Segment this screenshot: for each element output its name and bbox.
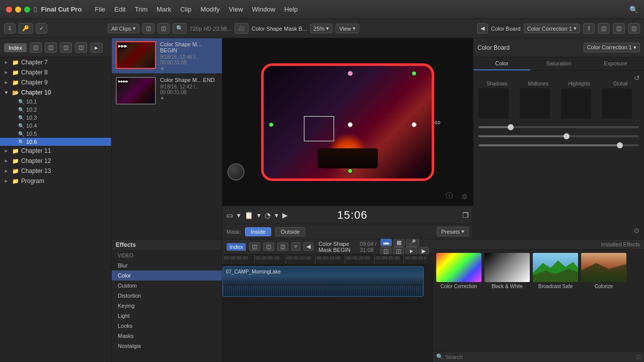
transform-btn[interactable]: 📋: [245, 211, 253, 219]
tl-audio-btn[interactable]: 🎤: [406, 238, 419, 247]
slider-thumb-1[interactable]: [508, 124, 514, 130]
app-name[interactable]: Final Cut Pro: [41, 6, 82, 13]
effect-distortion[interactable]: Distortion: [112, 291, 222, 301]
cb-settings-icon[interactable]: ⚙: [633, 227, 640, 235]
layout-btn2[interactable]: ◫: [157, 23, 170, 34]
slider-track-2[interactable]: [478, 135, 639, 137]
sidebar-btn2[interactable]: ◫: [45, 42, 57, 53]
tl-view-btn3[interactable]: ◫: [380, 247, 391, 255]
sidebar-subitem-101[interactable]: 🔍 10.1: [0, 98, 111, 106]
menu-modify[interactable]: Modify: [197, 5, 224, 14]
grid-btn2[interactable]: ◫: [613, 23, 625, 34]
tl-back-btn[interactable]: ◀: [303, 242, 313, 251]
ie-item-cc[interactable]: Color Correction: [436, 253, 481, 289]
effects-grid-btn[interactable]: ◫: [636, 353, 641, 360]
tl-btn4[interactable]: ▿: [291, 242, 300, 251]
key-btn[interactable]: 🔑: [19, 23, 33, 34]
sidebar-subitem-103[interactable]: 🔍 10.3: [0, 114, 111, 122]
tl-view-btn2[interactable]: ▩: [393, 238, 405, 247]
presets-btn[interactable]: Presets ▾: [437, 227, 469, 236]
tab-exposure[interactable]: Exposure: [587, 57, 644, 70]
slider-track-1[interactable]: [478, 126, 639, 128]
clip-lake[interactable]: 07_CAMP_MorningLake: [222, 266, 424, 297]
cp-top-right[interactable]: [412, 71, 417, 76]
aspect-btn[interactable]: ▭: [226, 211, 233, 219]
view-selector[interactable]: View ▾: [336, 24, 359, 33]
cp-left[interactable]: [269, 122, 274, 127]
maximize-button[interactable]: [24, 7, 30, 13]
layout-btn1[interactable]: ◫: [142, 23, 154, 34]
puck-highlights-area[interactable]: [561, 88, 591, 119]
effect-masks[interactable]: Masks: [112, 331, 222, 341]
menu-view[interactable]: View: [225, 5, 247, 14]
sidebar-btn3[interactable]: ◫: [60, 42, 72, 53]
tl-btn2[interactable]: ◫: [263, 242, 274, 251]
menu-trim[interactable]: Trim: [131, 5, 152, 14]
clips-selector[interactable]: All Clips ▾: [108, 24, 139, 33]
effect-video[interactable]: VIDEO: [112, 251, 222, 260]
undo-icon[interactable]: ↺: [634, 74, 640, 82]
ie-item-bs[interactable]: Broadcast Safe: [533, 253, 578, 289]
sidebar-item-ch12[interactable]: ► 📁 Chapter 12: [0, 156, 111, 166]
index-tab[interactable]: Index: [4, 43, 27, 52]
grid-btn1[interactable]: ◫: [598, 23, 610, 34]
menu-clip[interactable]: Clip: [176, 5, 195, 14]
menu-edit[interactable]: Edit: [110, 5, 129, 14]
selection-box[interactable]: [304, 116, 334, 141]
canvas-settings-icon[interactable]: ⚙: [461, 193, 468, 201]
menu-window[interactable]: Window: [248, 5, 279, 14]
inside-btn[interactable]: Inside: [245, 227, 271, 236]
cp-right-line[interactable]: [412, 122, 417, 127]
slider-thumb-2[interactable]: [564, 133, 570, 139]
zoom-selector[interactable]: 25% ▾: [310, 24, 333, 33]
sidebar-subitem-105[interactable]: 🔍 10.5: [0, 130, 111, 138]
sidebar-item-ch13[interactable]: ► 📁 Chapter 13: [0, 166, 111, 176]
puck-midtones-area[interactable]: [520, 88, 550, 119]
sidebar-subitem-106[interactable]: 🔍 10.6: [0, 138, 111, 146]
sidebar-item-ch7[interactable]: ► 📁 Chapter 7: [0, 57, 111, 67]
puck-shadows-area[interactable]: [478, 88, 509, 119]
apple-logo[interactable]: : [34, 5, 37, 14]
ie-item-colorize[interactable]: Colorize: [581, 253, 626, 289]
browser-item-1[interactable]: ▶▶▶ Color Shape M... BEGIN 9/18/16, 12:4…: [112, 38, 222, 74]
effect-custom[interactable]: Custom: [112, 281, 222, 291]
sidebar-subitem-102[interactable]: 🔍 10.2: [0, 106, 111, 114]
motion-btn[interactable]: ◔: [265, 211, 271, 219]
close-button[interactable]: [6, 7, 12, 13]
playhead-orb[interactable]: [227, 163, 245, 180]
tl-pointer-btn[interactable]: ▶: [419, 247, 429, 255]
effect-nostalgia[interactable]: Nostalgia: [112, 341, 222, 351]
vc-dropdown3[interactable]: ▾: [275, 211, 278, 219]
menu-mark[interactable]: Mark: [152, 5, 175, 14]
effects-search-input[interactable]: [445, 354, 636, 360]
effect-looks[interactable]: Looks: [112, 321, 222, 331]
effect-color[interactable]: Color: [112, 270, 222, 281]
tl-btn3[interactable]: ◫: [277, 242, 288, 251]
sidebar-item-ch11[interactable]: ► 📁 Chapter 11: [0, 146, 111, 156]
sidebar-subitem-104[interactable]: 🔍 10.4: [0, 122, 111, 130]
search-btn[interactable]: 🔍: [173, 23, 187, 34]
menu-help[interactable]: Help: [280, 5, 302, 14]
tl-btn1[interactable]: ◫: [249, 242, 260, 251]
slider-thumb-3[interactable]: [617, 142, 623, 148]
tab-color[interactable]: Color: [473, 57, 530, 70]
outside-btn[interactable]: Outside: [275, 227, 305, 236]
search-icon[interactable]: 🔍: [629, 6, 638, 14]
cp-bottom[interactable]: [348, 168, 353, 173]
export-btn[interactable]: ⇧: [583, 23, 595, 34]
canvas-info-icon[interactable]: ⓘ: [446, 192, 453, 201]
menu-file[interactable]: File: [91, 5, 109, 14]
vc-dropdown2[interactable]: ▾: [257, 211, 261, 219]
cp-top[interactable]: [348, 71, 353, 76]
sidebar-item-ch8[interactable]: ► 📁 Chapter 8: [0, 67, 111, 77]
play-btn[interactable]: ▶: [282, 211, 288, 219]
puck-global-area[interactable]: [602, 88, 632, 119]
sidebar-item-program[interactable]: ► 📁 Program: [0, 176, 111, 186]
tl-index-btn[interactable]: Index: [226, 243, 246, 251]
check-btn[interactable]: ✓: [36, 23, 47, 34]
grid-btn3[interactable]: ◫: [628, 23, 640, 34]
correction-selector[interactable]: Color Correction 1 ▾: [524, 24, 580, 33]
slider-track-3[interactable]: [478, 144, 639, 146]
sidebar-arrow-btn[interactable]: ►: [90, 43, 103, 53]
effect-keying[interactable]: Keying: [112, 301, 222, 311]
